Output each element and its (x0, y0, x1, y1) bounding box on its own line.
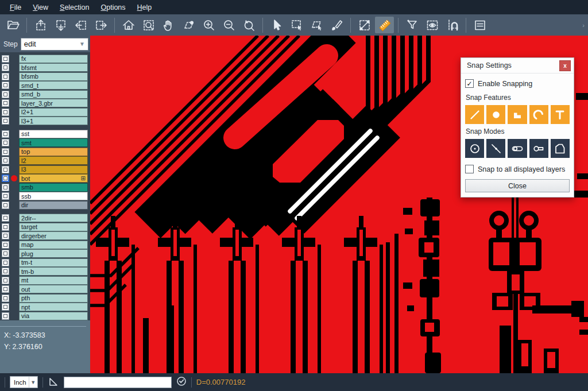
measure-line-icon[interactable] (355, 17, 374, 33)
layer-name-map[interactable]: map (19, 241, 88, 249)
layer-checkbox-smt[interactable] (2, 139, 9, 146)
command-input[interactable] (64, 377, 172, 388)
layer-checkbox-out[interactable] (2, 285, 9, 293)
layer-checkbox-bfsmt[interactable] (2, 64, 9, 71)
home-view-icon[interactable] (119, 17, 138, 33)
layer-row-smb[interactable]: smb (0, 183, 90, 192)
layer-name-smd_t[interactable]: smd_t (19, 81, 88, 90)
layer-checkbox-smd_b[interactable] (2, 91, 9, 98)
layer-name-tm-b[interactable]: tm-b (19, 267, 88, 276)
layer-row-top[interactable]: top (0, 147, 90, 156)
menu-item-selection[interactable]: Selection (55, 2, 94, 13)
layer-row-ssb[interactable]: ssb (0, 192, 90, 201)
layer-checkbox-via[interactable] (2, 312, 9, 320)
layer-row-bfsmt[interactable]: bfsmt (0, 63, 90, 72)
zoom-window-icon[interactable] (139, 17, 158, 33)
layer-checkbox-l3+1[interactable] (2, 117, 9, 125)
toolbar-overflow-chevron[interactable]: › (582, 22, 585, 29)
layer-row-smt[interactable]: smt (0, 138, 90, 148)
layer-name-mt[interactable]: mt (19, 276, 88, 285)
snap-all-layers-row[interactable]: Snap to all displayed layers (465, 165, 570, 173)
layer-name-npt[interactable]: npt (19, 303, 88, 311)
menu-item-view[interactable]: View (28, 2, 53, 13)
pan-hand-icon[interactable] (159, 17, 178, 33)
layer-name-fx[interactable]: fx (19, 55, 88, 63)
unit-select[interactable]: Inch ▼ (10, 376, 38, 388)
layer-checkbox-bfsmb[interactable] (2, 73, 9, 80)
select-brush-icon[interactable] (327, 17, 346, 33)
mode-surface-icon[interactable] (551, 139, 570, 158)
layer-row-via[interactable]: via (0, 311, 90, 320)
layer-name-tm-t[interactable]: tm-t (19, 258, 88, 267)
step-select[interactable]: edit ▼ (21, 38, 88, 51)
layer-checkbox-dirgerber[interactable] (2, 232, 9, 239)
layer-name-target[interactable]: target (19, 223, 88, 231)
zoom-polygon-icon[interactable] (179, 17, 198, 33)
layer-row-tm-b[interactable]: tm-b (0, 267, 90, 276)
layer-name-pth[interactable]: pth (19, 294, 88, 303)
layer-name-smd_b[interactable]: smd_b (19, 90, 88, 99)
layer-row-smd_b[interactable]: smd_b (0, 90, 90, 99)
layer-checkbox-map[interactable] (2, 241, 9, 249)
grid-icon[interactable]: ⊞ (81, 175, 86, 181)
layer-name-ssb[interactable]: ssb (19, 192, 88, 200)
layer-name-l3+1[interactable]: l3+1 (19, 117, 88, 125)
layer-checkbox-2dir--[interactable] (2, 214, 9, 222)
menu-item-help[interactable]: Help (132, 2, 157, 13)
layer-checkbox-l3[interactable] (2, 166, 9, 173)
mode-slot-right-icon[interactable] (529, 139, 548, 158)
layer-checkbox-dir[interactable] (2, 202, 9, 209)
layer-checkbox-sst[interactable] (2, 130, 9, 138)
layer-checkbox-smd_t[interactable] (2, 82, 9, 89)
close-icon[interactable]: x (559, 60, 571, 71)
layer-name-2dir--[interactable]: 2dir-- (19, 214, 88, 222)
layer-row-sst[interactable]: sst (0, 129, 90, 138)
select-rectangle-icon[interactable] (287, 17, 306, 33)
snap-settings-icon[interactable] (443, 17, 462, 33)
layer-name-sst[interactable]: sst (19, 130, 88, 138)
layer-checkbox-layer_3.gbr[interactable] (2, 99, 9, 107)
layer-checkbox-tm-t[interactable] (2, 259, 9, 266)
layer-row-tm-t[interactable]: tm-t (0, 258, 90, 267)
layer-name-smt[interactable]: smt (19, 138, 88, 147)
layer-row-smd_t[interactable]: smd_t (0, 81, 90, 90)
snap-line-icon[interactable] (465, 105, 484, 124)
layer-row-mt[interactable]: mt (0, 276, 90, 285)
layer-checkbox-fx[interactable] (2, 55, 9, 63)
layer-name-dirgerber[interactable]: dirgerber (19, 231, 88, 240)
layer-name-dir[interactable]: dir (19, 201, 88, 210)
layer-name-via[interactable]: via (19, 312, 88, 320)
layer-row-l3[interactable]: l3 (0, 165, 90, 174)
view-options-icon[interactable] (423, 17, 442, 33)
mode-center-icon[interactable] (465, 139, 484, 158)
layer-checkbox-l2[interactable] (2, 157, 9, 164)
layer-checkbox-top[interactable] (2, 148, 9, 156)
layer-row-bot[interactable]: bot⊞ (0, 174, 90, 183)
refresh-check-icon[interactable] (176, 376, 187, 389)
filter-icon[interactable] (403, 17, 421, 33)
layer-row-map[interactable]: map (0, 240, 90, 249)
zoom-out-icon[interactable] (219, 17, 238, 33)
layer-row-l2+1[interactable]: l2+1 (0, 107, 90, 117)
layer-row-l2[interactable]: l2 (0, 156, 90, 165)
pan-up-icon[interactable] (31, 17, 50, 33)
layer-checkbox-smb[interactable] (2, 184, 9, 191)
layer-row-pth[interactable]: pth (0, 293, 90, 303)
layer-row-out[interactable]: out (0, 285, 90, 294)
ruler-measure-icon[interactable] (375, 17, 394, 33)
layer-name-l2+1[interactable]: l2+1 (19, 108, 88, 117)
layer-checkbox-plug[interactable] (2, 250, 9, 257)
layer-row-dir[interactable]: dir (0, 200, 90, 210)
layer-row-l3+1[interactable]: l3+1 (0, 117, 90, 126)
layer-row-fx[interactable]: fx (0, 54, 90, 63)
layer-row-layer_3.gbr[interactable]: layer_3.gbr (0, 99, 90, 108)
layer-name-plug[interactable]: plug (19, 249, 88, 258)
corner-angle-icon[interactable] (48, 375, 59, 389)
layer-row-plug[interactable]: plug (0, 249, 90, 258)
pan-right-icon[interactable] (91, 17, 110, 33)
layer-checkbox-pth[interactable] (2, 295, 9, 302)
layer-name-layer_3.gbr[interactable]: layer_3.gbr (19, 99, 88, 107)
menu-item-options[interactable]: Options (95, 2, 130, 13)
layer-name-bfsmt[interactable]: bfsmt (19, 63, 88, 72)
layer-name-top[interactable]: top (19, 148, 88, 156)
